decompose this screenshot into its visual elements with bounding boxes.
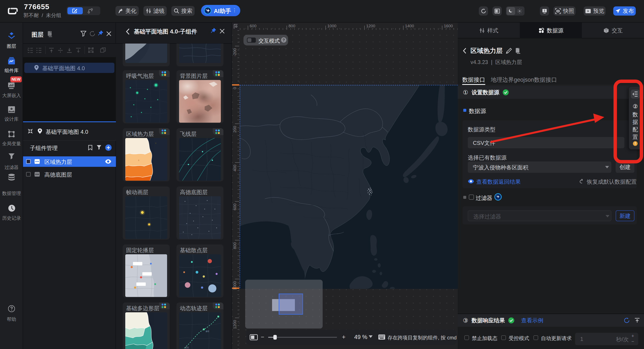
svg-text:1200: 1200 — [232, 320, 237, 329]
svg-text:-200: -200 — [232, 48, 237, 56]
svg-text:600: 600 — [250, 24, 256, 28]
svg-text:800: 800 — [232, 242, 237, 249]
svg-text:1600: 1600 — [444, 24, 453, 28]
svg-text:0: 0 — [232, 87, 237, 90]
svg-text:400: 400 — [232, 165, 237, 172]
svg-text:1000: 1000 — [327, 24, 336, 28]
svg-text:800: 800 — [288, 24, 295, 28]
svg-text:起点: 起点 — [185, 346, 189, 348]
svg-text:1000: 1000 — [232, 281, 237, 290]
svg-text:⠿: ⠿ — [138, 160, 139, 162]
svg-text:1400: 1400 — [405, 24, 414, 28]
svg-text:途经: 途经 — [206, 330, 209, 332]
svg-text:⠿: ⠿ — [155, 142, 156, 144]
svg-text:1200: 1200 — [366, 24, 375, 28]
svg-text:600: 600 — [232, 204, 237, 210]
svg-text:200: 200 — [232, 126, 237, 133]
